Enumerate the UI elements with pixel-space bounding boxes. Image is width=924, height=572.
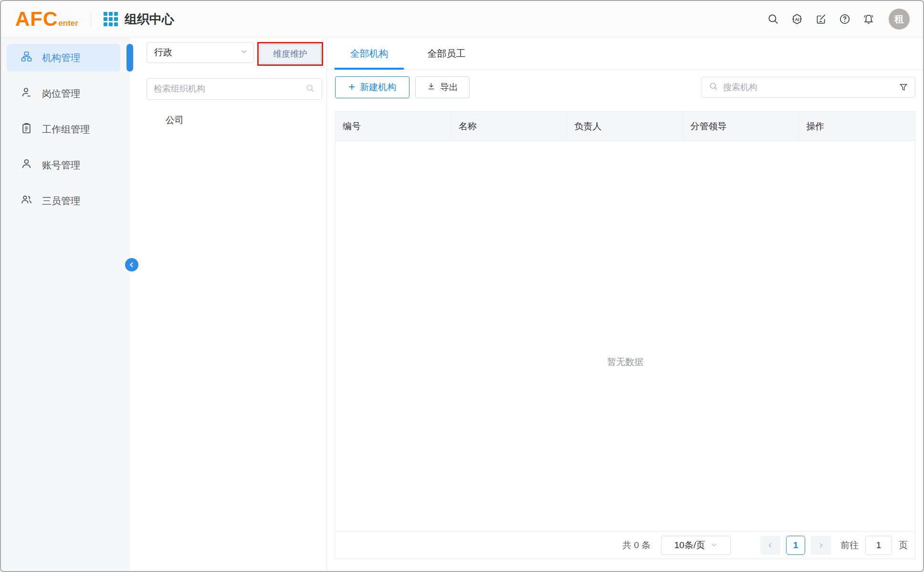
sidebar-item-position-management[interactable]: 岗位管理 — [7, 80, 120, 107]
org-tree-panel: 行政 维度维护 — [130, 38, 327, 571]
search-icon — [305, 83, 315, 95]
goto-label: 前往 — [840, 539, 859, 551]
sidebar-item-org-management[interactable]: 机构管理 — [7, 44, 120, 72]
export-button[interactable]: 导出 — [415, 76, 470, 98]
column-header-owner: 负责人 — [567, 112, 683, 141]
toolbar: + 新建机构 导出 — [327, 70, 923, 104]
dimension-maintain-button[interactable]: 维度维护 — [260, 44, 321, 63]
dimension-select-value: 行政 — [154, 46, 172, 59]
admins-icon — [21, 194, 32, 208]
sidebar-item-label: 机构管理 — [42, 52, 80, 64]
page-suffix-label: 页 — [899, 539, 908, 551]
dimension-select[interactable]: 行政 — [147, 42, 254, 63]
new-org-button[interactable]: + 新建机构 — [335, 76, 410, 98]
top-header: AFC enter 组织中心 AI — [1, 1, 923, 38]
sidebar-item-label: 岗位管理 — [42, 87, 80, 100]
annotation-highlight-box: 维度维护 — [257, 42, 323, 66]
logo-sub-text: enter — [58, 19, 78, 28]
page-title: 组织中心 — [125, 11, 174, 28]
next-page-button[interactable] — [811, 536, 831, 555]
download-icon — [427, 82, 436, 93]
sidebar-item-workgroup-management[interactable]: 工作组管理 — [7, 115, 120, 143]
new-org-button-label: 新建机构 — [360, 81, 396, 94]
org-search-box — [702, 77, 915, 98]
logo-main-text: AFC — [15, 8, 58, 31]
sidebar-item-label: 工作组管理 — [42, 123, 90, 136]
notification-icon[interactable] — [862, 12, 875, 26]
filter-icon[interactable] — [899, 83, 908, 92]
plus-icon: + — [348, 81, 355, 93]
column-header-id: 编号 — [336, 112, 452, 141]
tree-node-company[interactable]: 公司 — [130, 114, 326, 126]
page-size-select[interactable]: 10条/页 — [661, 536, 731, 555]
edit-note-icon[interactable] — [814, 12, 828, 26]
current-page-button[interactable]: 1 — [786, 536, 805, 555]
header-actions: AI — [766, 9, 910, 30]
org-tree-search-box — [147, 78, 322, 100]
user-avatar[interactable]: 租 — [889, 9, 910, 30]
ai-assistant-icon[interactable]: AI — [790, 12, 804, 26]
table-body: 暂无数据 — [336, 141, 915, 531]
page-size-value: 10条/页 — [674, 539, 705, 551]
column-header-actions: 操作 — [799, 112, 915, 141]
total-count-label: 共 0 条 — [622, 539, 651, 551]
help-icon[interactable] — [838, 12, 851, 26]
goto-page-input[interactable] — [865, 536, 892, 555]
org-table: 编号 名称 负责人 分管领导 操作 暂无数据 共 0 条 10条/页 — [335, 111, 915, 559]
search-icon — [709, 82, 718, 93]
account-icon — [21, 158, 32, 172]
tab-all-employees[interactable]: 全部员工 — [412, 38, 481, 69]
column-header-leader: 分管领导 — [683, 112, 799, 141]
workgroup-icon — [21, 122, 32, 136]
search-icon[interactable] — [766, 12, 780, 26]
column-header-name: 名称 — [452, 112, 567, 141]
chevron-down-icon — [711, 540, 717, 551]
panel-collapse-button[interactable] — [125, 258, 138, 271]
sidebar-item-label: 账号管理 — [42, 159, 80, 172]
app-grid-icon — [104, 12, 118, 26]
sidebar-item-admins-management[interactable]: 三员管理 — [7, 187, 120, 215]
afcenter-logo: AFC enter — [15, 8, 78, 31]
sidebar-nav: 机构管理 岗位管理 — [1, 38, 130, 571]
empty-state-text: 暂无数据 — [607, 356, 643, 368]
org-tree-search-input[interactable] — [154, 84, 305, 94]
table-header-row: 编号 名称 负责人 分管领导 操作 — [336, 112, 915, 141]
svg-text:AI: AI — [795, 17, 799, 22]
active-item-indicator — [126, 44, 133, 72]
sidebar-item-account-management[interactable]: 账号管理 — [7, 151, 120, 179]
chevron-down-icon — [240, 47, 248, 58]
export-button-label: 导出 — [440, 81, 458, 94]
tab-bar: 全部机构 全部员工 — [327, 38, 923, 70]
position-icon — [21, 86, 32, 101]
org-search-input[interactable] — [723, 83, 894, 93]
app-window: AFC enter 组织中心 AI — [0, 0, 924, 572]
header-divider — [91, 12, 91, 26]
org-structure-icon — [21, 51, 32, 65]
main-content: 全部机构 全部员工 + 新建机构 导出 — [327, 38, 923, 571]
sidebar-item-label: 三员管理 — [42, 195, 80, 208]
prev-page-button[interactable] — [760, 536, 780, 555]
pagination-bar: 共 0 条 10条/页 1 — [336, 531, 915, 559]
tab-all-orgs[interactable]: 全部机构 — [335, 38, 404, 69]
